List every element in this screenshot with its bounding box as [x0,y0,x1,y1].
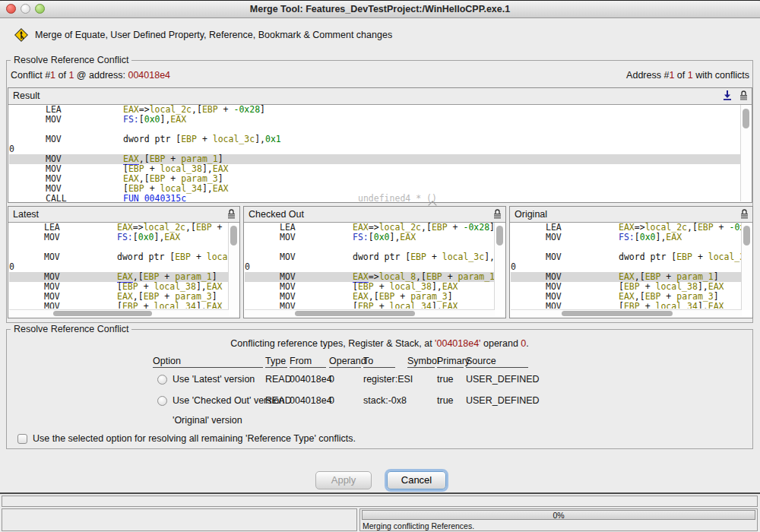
apply-to-all-checkbox[interactable] [17,434,27,444]
result-panel-header: Result [8,88,752,105]
conflict-option-row: Use 'Latest' versionREAD004018e40registe… [7,374,752,388]
cell-primary: true [437,374,454,385]
option-label[interactable]: Use 'Latest' version [173,374,255,385]
listing-line[interactable]: MOV[EBP + local_34],EAX [511,302,743,309]
window-title: Merge Tool: Features_DevTestProject:/Win… [0,4,760,14]
original-vscroll-thumb[interactable] [743,226,750,245]
cell-source: USER_DEFINED [466,395,540,406]
option-label: 'Original' version [173,415,242,426]
resolve-reference-conflict-group-bottom: Resolve Reference Conflict Conflicting r… [6,329,753,449]
merge-sign-icon [14,28,28,42]
checked-out-hscroll-thumb[interactable] [295,311,415,316]
listing-line[interactable]: MOVFS:[0x0],EAX [9,115,741,125]
progress-message: Merging conflicting References. [363,521,474,530]
bottom-group-title: Resolve Reference Conflict [11,324,131,334]
latest-vertical-scrollbar[interactable] [228,223,239,310]
checked-out-panel: Checked Out LEAEAX=>local_2c,[EBP + -0x2… [243,206,506,318]
lock-icon[interactable] [739,208,749,220]
listing-line[interactable]: MOVEAX,[EBP + param_3] [9,174,741,184]
cell-operand: 0 [329,395,334,406]
conflict-option-row: 'Original' version [7,415,752,429]
apply-to-all-label: Use the selected option for resolving al… [33,433,356,444]
conflict-option-row: Use 'Checked Out' versionREAD004018e40st… [7,395,752,409]
address-counter: Address #1 of 1 with conflicts [626,70,749,81]
option-radio[interactable] [157,396,167,406]
listing-line[interactable]: LEAEAX=>local_2c,[EBP + -0x28] [9,105,741,115]
column-header-symbol: Symbol [407,356,435,368]
conflict-counter: Conflict #1 of 1 @ address: 004018e4 [11,70,170,81]
latest-panel-title: Latest [13,209,39,220]
original-panel-header: Original [510,207,752,223]
option-radio[interactable] [157,375,167,385]
result-panel: Result LEAEAX=>local_2c,[EBP + -0x28]MOV… [8,87,752,203]
column-header-source: Source [466,356,528,368]
column-header-from: From [290,356,326,368]
progress-bar: 0% [362,510,755,520]
checked-out-vertical-scrollbar[interactable] [494,223,505,310]
cell-from: 004018e4 [290,395,332,406]
lock-icon[interactable] [226,208,236,220]
listing-line[interactable]: MOVdword ptr [EBP + local_3c],0x1 [9,135,741,144]
result-listing[interactable]: LEAEAX=>local_2c,[EBP + -0x28]MOVFS:[0x0… [9,105,741,202]
column-header-to: To [363,356,395,368]
result-vscroll-thumb[interactable] [743,109,749,128]
cell-to: stack:-0x8 [363,395,407,406]
column-header-option: Option [153,356,263,368]
checked-out-horizontal-scrollbar[interactable] [245,309,495,317]
latest-panel: Latest LEAEAX=>local_2c,[EBP + -0x28]MOV… [8,206,240,318]
apply-button[interactable]: Apply [315,471,372,489]
original-horizontal-scrollbar[interactable] [511,309,742,317]
cell-operand: 0 [329,374,334,385]
listing-line[interactable]: MOVFS:[0x0],EAX [245,233,496,242]
original-panel-title: Original [515,209,547,220]
original-vertical-scrollbar[interactable] [741,223,752,310]
column-header-type: Type [265,356,287,368]
title-bar: Merge Tool: Features_DevTestProject:/Win… [0,1,760,18]
listing-line[interactable]: MOVFS:[0x0],EAX [511,233,743,242]
latest-vscroll-thumb[interactable] [230,226,237,245]
column-header-primary: Primary [437,356,464,368]
original-panel: Original LEAEAX=>local_2c,[EBP + -0x28]M… [509,206,753,318]
top-group-title: Resolve Reference Conflict [11,55,131,65]
listing-line[interactable]: MOV[EBP + local_34],EAX [245,302,496,309]
lock-icon[interactable] [492,208,502,220]
progress-percent: 0% [553,511,564,520]
listing-line[interactable]: MOVdword ptr [EBP + local_3c],0x1 [245,252,496,262]
cell-primary: true [437,395,454,406]
original-listing[interactable]: LEAEAX=>local_2c,[EBP + -0x28]MOVFS:[0x0… [511,223,743,309]
latest-hscroll-thumb[interactable] [53,311,152,316]
listing-line[interactable] [9,125,741,135]
listing-line[interactable]: MOV[EBP + local_34],EAX [9,302,230,309]
listing-line[interactable]: CALLFUN 0040315cundefined4 * () [9,194,741,202]
merge-phase-message: Merge of Equate, User Defined Property, … [35,30,392,40]
progress-box: 0% Merging conflicting References. [359,508,758,531]
cell-type: READ [265,374,292,385]
latest-listing[interactable]: LEAEAX=>local_2c,[EBP + -0x28]MOVFS:[0x0… [9,223,230,309]
listing-line[interactable]: MOVFS:[0x0],EAX [9,233,230,242]
cancel-button[interactable]: Cancel [387,471,446,489]
merge-tool-window: Merge Tool: Features_DevTestProject:/Win… [0,0,760,532]
conflict-description: Conflicting reference types, Register & … [7,338,752,349]
listing-line[interactable]: MOVdword ptr [EBP + local_3c],0x1 [511,252,743,262]
original-hscroll-thumb[interactable] [562,311,673,316]
result-panel-title: Result [13,90,40,101]
footer-divider [0,492,760,494]
checked-out-listing[interactable]: LEAEAX=>local_2c,[EBP + -0x28]MOVFS:[0x0… [245,223,496,309]
listing-line[interactable]: MOV[EBP + local_38],EAX [9,164,741,174]
checked-out-panel-title: Checked Out [249,209,304,220]
scroll-to-conflict-icon[interactable] [722,90,733,101]
listing-line[interactable]: 0 [9,144,741,154]
listing-line[interactable]: MOVdword ptr [EBP + local_3c],0x1 [9,252,230,262]
latest-horizontal-scrollbar[interactable] [9,309,229,317]
checked-out-vscroll-thumb[interactable] [496,226,503,245]
status-left-box [2,508,357,531]
column-header-operand: Operand [329,356,361,368]
cell-from: 004018e4 [290,374,332,385]
latest-panel-header: Latest [8,207,239,223]
result-vertical-scrollbar[interactable] [740,105,751,201]
listing-line-conflict[interactable]: MOVEAX,[EBP + param_1] [9,154,741,164]
cell-to: register:ESI [363,374,413,385]
status-strip [2,496,758,507]
checked-out-panel-header: Checked Out [244,207,505,223]
lock-icon[interactable] [739,90,749,101]
